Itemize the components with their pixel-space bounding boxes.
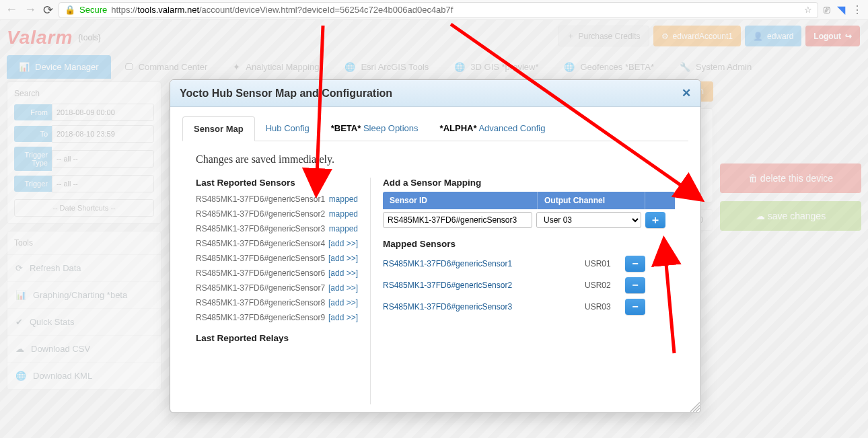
tab-advanced-config[interactable]: *ALPHA* Advanced Config — [429, 116, 556, 141]
mapped-sensor-name: RS485MK1-37FD6#genericSensor1 — [383, 259, 585, 268]
mapped-row: RS485MK1-37FD6#genericSensor2USR02− — [383, 275, 675, 296]
last-reported-relays-heading: Last Reported Relays — [196, 333, 358, 343]
sensor-row: RS485MK1-37FD6#genericSensor7[add >>] — [196, 281, 358, 295]
search-panel: Search From To Trigger Type Trigger — [7, 81, 161, 224]
tool-quick-stats[interactable]: ✔ Quick Stats — [7, 309, 161, 336]
output-channel-select[interactable]: User 03 — [536, 212, 641, 228]
sensor-add-link[interactable]: [add >>] — [328, 268, 358, 278]
nav-3d-gis[interactable]: 🌐 3D GIS *preview* — [442, 55, 550, 79]
sensor-row: RS485MK1-37FD6#genericSensor9[add >>] — [196, 310, 358, 325]
back-icon[interactable]: ← — [5, 3, 17, 17]
col-sensor-id: Sensor ID — [383, 192, 538, 209]
tools-heading: Tools — [7, 231, 161, 255]
nav-arcgis-tools[interactable]: 🌐 Esri ArcGIS Tools — [332, 55, 441, 79]
mapped-row: RS485MK1-37FD6#genericSensor3USR03− — [383, 296, 675, 318]
tab-sleep-options[interactable]: *BETA* Sleep Options — [320, 116, 429, 141]
sensor-status-mapped: mapped — [329, 194, 358, 204]
tool-download-kml[interactable]: 🌐 Download KML — [7, 363, 161, 390]
mapped-row: RS485MK1-37FD6#genericSensor1USR01− — [383, 253, 675, 275]
sensor-add-link[interactable]: [add >>] — [328, 283, 358, 293]
remove-mapping-button[interactable]: − — [625, 277, 645, 293]
nav-device-manager[interactable]: 📊 Device Manager — [7, 55, 111, 79]
sensor-row: RS485MK1-37FD6#genericSensor8[add >>] — [196, 295, 358, 310]
sensor-row: RS485MK1-37FD6#genericSensor5[add >>] — [196, 251, 358, 266]
sensor-add-link[interactable]: [add >>] — [328, 298, 358, 307]
sensor-name: RS485MK1-37FD6#genericSensor2 — [196, 209, 325, 219]
sensor-row: RS485MK1-37FD6#genericSensor3mapped — [196, 221, 358, 236]
sensor-add-link[interactable]: [add >>] — [328, 313, 358, 322]
trigger-type-select[interactable] — [52, 150, 154, 168]
yocto-hub-modal: Yocto Hub Sensor Map and Configuration ✕… — [170, 79, 701, 413]
tools-tag: {tools} — [78, 33, 100, 42]
modal-tabs: Sensor Map Hub Config *BETA* Sleep Optio… — [182, 116, 688, 141]
sensor-row: RS485MK1-37FD6#genericSensor2mapped — [196, 207, 358, 221]
tool-refresh[interactable]: ⟳ Refresh Data — [7, 255, 161, 282]
tool-graphing[interactable]: 📊 Graphing/Charting *beta — [7, 282, 161, 309]
mapped-sensor-code: USR01 — [585, 259, 625, 268]
sensor-add-link[interactable]: [add >>] — [328, 239, 358, 248]
tool-download-csv[interactable]: ☁ Download CSV — [7, 336, 161, 363]
sensor-add-link[interactable]: [add >>] — [328, 254, 358, 263]
search-heading: Search — [14, 89, 154, 98]
nav-command-center[interactable]: 🖵 Command Center — [112, 55, 220, 79]
last-reported-sensors-heading: Last Reported Sensors — [196, 178, 358, 188]
mapped-sensor-code: USR02 — [585, 281, 625, 290]
reload-icon[interactable]: ⟳ — [43, 3, 53, 17]
remove-mapping-button[interactable]: − — [625, 256, 645, 272]
col-output-channel: Output Channel — [538, 192, 645, 209]
secure-label: Secure — [79, 5, 107, 15]
sensor-name: RS485MK1-37FD6#genericSensor6 — [196, 268, 325, 278]
sensor-row: RS485MK1-37FD6#genericSensor6[add >>] — [196, 266, 358, 281]
sensor-status-mapped: mapped — [329, 224, 358, 233]
user-button[interactable]: 👤 edward — [745, 26, 801, 46]
nav-system-admin[interactable]: 🔧 System Admin — [667, 55, 764, 79]
bookmark-star-icon[interactable]: ☆ — [804, 5, 812, 15]
sensor-name: RS485MK1-37FD6#genericSensor9 — [196, 313, 325, 322]
left-column: Last Reported Sensors RS485MK1-37FD6#gen… — [196, 178, 371, 404]
mapped-sensor-code: USR03 — [585, 302, 625, 312]
delete-device-button[interactable]: 🗑 delete this device — [720, 163, 861, 193]
forward-icon: → — [24, 3, 36, 17]
tab-hub-config[interactable]: Hub Config — [255, 116, 320, 141]
sensor-name: RS485MK1-37FD6#genericSensor3 — [196, 224, 325, 233]
nav-geofences[interactable]: 🌐 Geofences *BETA* — [552, 55, 666, 79]
trigger-select[interactable] — [52, 175, 154, 192]
add-mapping-heading: Add a Sensor Mapping — [383, 178, 675, 188]
main-navbar: 📊 Device Manager 🖵 Command Center ✦ Anal… — [7, 55, 861, 79]
sensor-name: RS485MK1-37FD6#genericSensor4 — [196, 239, 325, 248]
mapped-sensors-heading: Mapped Sensors — [383, 239, 675, 249]
mapped-sensor-name: RS485MK1-37FD6#genericSensor3 — [383, 302, 585, 312]
right-column: Add a Sensor Mapping Sensor ID Output Ch… — [371, 178, 675, 404]
sensor-row: RS485MK1-37FD6#genericSensor4[add >>] — [196, 236, 358, 251]
from-input[interactable] — [52, 104, 154, 121]
resize-handle-icon[interactable] — [690, 402, 700, 412]
modal-container: Yocto Hub Sensor Map and Configuration ✕… — [170, 79, 701, 413]
logout-button[interactable]: Logout ↪ — [805, 26, 860, 46]
date-shortcuts-select[interactable] — [14, 199, 154, 217]
browser-chrome: ← → ⟳ 🔒 Secure https://tools.valarm.net/… — [0, 0, 868, 20]
purchase-credits-button[interactable]: ＋ Purchase Credits — [558, 26, 649, 46]
nav-analytical-mapping[interactable]: ✦ Analytical Mapping — [221, 55, 331, 79]
sensor-id-input[interactable] — [383, 212, 532, 228]
address-bar[interactable]: 🔒 Secure https://tools.valarm.net/accoun… — [59, 2, 818, 18]
sensor-name: RS485MK1-37FD6#genericSensor7 — [196, 283, 325, 293]
tools-panel: Tools ⟳ Refresh Data 📊 Graphing/Charting… — [7, 231, 161, 390]
mapped-sensor-name: RS485MK1-37FD6#genericSensor2 — [383, 281, 585, 290]
remove-mapping-button[interactable]: − — [625, 299, 645, 315]
tab-sensor-map[interactable]: Sensor Map — [182, 116, 255, 141]
sensor-status-mapped: mapped — [329, 209, 358, 219]
sensor-name: RS485MK1-37FD6#genericSensor1 — [196, 194, 325, 204]
modal-close-button[interactable]: ✕ — [682, 86, 691, 100]
modal-header: Yocto Hub Sensor Map and Configuration ✕ — [170, 80, 700, 107]
cast-icon[interactable]: ⎚ — [824, 4, 830, 16]
account-button[interactable]: ⚙ edwardAccount1 — [653, 26, 741, 46]
chrome-menu-icon[interactable]: ⋮ — [852, 3, 863, 16]
save-changes-button[interactable]: ☁ save changes — [720, 201, 861, 231]
lock-icon: 🔒 — [65, 5, 75, 15]
add-mapping-button[interactable]: ＋ — [645, 212, 665, 228]
sensor-name: RS485MK1-37FD6#genericSensor8 — [196, 298, 325, 307]
to-input[interactable] — [52, 125, 154, 143]
extension-icon[interactable]: ◥ — [837, 3, 845, 16]
sensor-row: RS485MK1-37FD6#genericSensor1mapped — [196, 192, 358, 207]
save-message: Changes are saved immediately. — [182, 141, 688, 178]
